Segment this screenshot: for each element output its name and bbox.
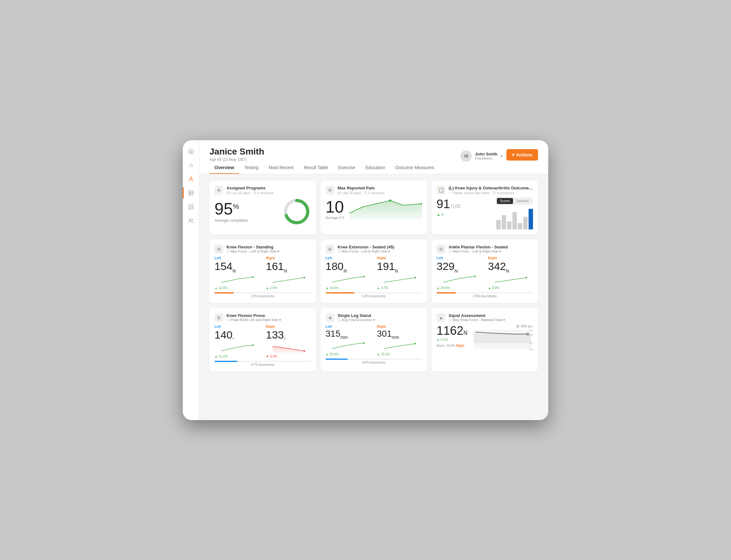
squat-chart: 1200 1000 800 600 (471, 330, 533, 355)
better-note: Higher scores are better (449, 191, 490, 195)
right-label: Right (266, 256, 311, 260)
measure-icon: ⊞ (214, 245, 223, 254)
card-title: Max Reported Pain (338, 186, 422, 190)
side-dropdown[interactable]: Max Force - Left & Right Side ▾ (338, 249, 422, 254)
score-denom: /100 (451, 204, 460, 209)
squat-icon: ▲ (437, 313, 445, 322)
pct-label: 86th pct. (471, 325, 533, 328)
svg-point-33 (415, 277, 416, 278)
squat-card: ▲ Squat Assessment Max Peak Force - Bila… (431, 308, 538, 372)
knee-injury-card: 📋 (L) Knee Injury & Osteoarthritis Outco… (431, 181, 538, 234)
donut-chart (282, 197, 311, 226)
side-dropdown[interactable]: Max Force - Left & Right Side ▾ (449, 249, 533, 254)
tab-testing[interactable]: Testing (239, 162, 263, 174)
svg-text:1200: 1200 (529, 330, 533, 332)
content-area: ⊕ Assigned Programs Last 35 days (199, 174, 548, 420)
user-info: John Smith Practitioner (475, 152, 497, 160)
svg-point-31 (338, 250, 340, 253)
asym-value: 5.9% Asymmetry (326, 294, 422, 298)
svg-point-30 (304, 277, 305, 278)
single-leg-stand-card: ◈ Single Leg Stand Avg Total Excursion ▾ (320, 308, 427, 372)
left-trend: ▲ 12.4% (214, 286, 260, 290)
svg-rect-18 (338, 192, 340, 194)
svg-point-38 (252, 344, 254, 346)
last-period: Last 35 days (227, 191, 250, 195)
svg-text:1000: 1000 (529, 334, 533, 337)
sidebar-patients-icon[interactable] (185, 173, 197, 185)
card-title: Knee Flexion - Standing (227, 245, 273, 249)
tab-result-table[interactable]: Result Table (299, 162, 333, 174)
svg-point-3 (190, 177, 192, 179)
knee-extension-seated-card: ⊞ Knee Extension - Seated (45) Max Force… (320, 240, 427, 303)
max-pain-card: ⊕ Max Reported Pain Last 35 days (320, 181, 427, 234)
sidebar-home-icon[interactable] (185, 145, 197, 157)
completion-value: 95% (214, 201, 248, 217)
patient-name: Janice Smith (209, 147, 264, 157)
side-dropdown[interactable]: Max Peak Force - Bilateral Total ▾ (449, 318, 533, 322)
actions-button[interactable]: ▾ Actions (506, 149, 538, 161)
tab-overview[interactable]: Overview (209, 162, 239, 174)
dumbbell-icon: ⊕ (214, 186, 223, 194)
svg-point-23 (389, 200, 392, 201)
pain-avg: Average 5.3 (326, 216, 344, 220)
squat-value: 1162N (437, 325, 468, 337)
svg-point-35 (474, 275, 476, 277)
cards-row-3: ⊞ Knee Flexion Prone Peak ROM Left and R… (209, 308, 538, 372)
score-tab-switch: Scores Domains (496, 197, 533, 205)
domains-tab[interactable]: Domains (513, 198, 532, 204)
svg-point-29 (252, 276, 254, 278)
right-trend: ▲ 2.6% (266, 286, 311, 290)
svg-point-40 (338, 319, 340, 321)
pain-icon: ⊕ (326, 186, 334, 194)
svg-point-43 (449, 319, 451, 321)
svg-point-9 (190, 206, 190, 206)
side-dropdown[interactable]: Max Force - Left & Right Side ▾ (227, 249, 311, 254)
asym-value: 4.7% Asymmetry (214, 363, 311, 366)
ankle-plantar-card: ⊞ Ankle Plantar Flexion - Seated Max For… (431, 240, 538, 303)
card-title: Single Leg Stand (338, 313, 422, 318)
pain-value: 10 (326, 199, 344, 215)
svg-point-36 (526, 277, 527, 278)
svg-point-39 (304, 350, 305, 352)
svg-rect-11 (227, 192, 229, 194)
sidebar-analytics-icon[interactable] (185, 159, 197, 171)
nav-tabs: Overview Testing Most Recent Result Tabl… (209, 162, 538, 174)
measure-icon: ⊞ (437, 245, 445, 254)
asym-info: Asym. 10.3% Right (437, 344, 468, 347)
patient-age: Age 65 (12 May 1957) (209, 157, 264, 162)
card-title: Squat Assessment (449, 313, 533, 318)
score-arrow: ▲ 4 (437, 212, 460, 217)
card-title: Assigned Programs (227, 186, 311, 190)
scores-tab[interactable]: Scores (497, 198, 513, 204)
tab-outcome-measures[interactable]: Outcome Measures (390, 162, 439, 174)
card-title: (L) Knee Injury & Osteoarthritis Outcome… (449, 186, 533, 190)
main-content: Janice Smith Age 65 (12 May 1957) JS Joh… (199, 140, 548, 420)
sidebar (183, 140, 199, 420)
asym-value: 3.9% Asymmetry (214, 294, 311, 298)
completion-label: Average completion (214, 218, 248, 223)
left-label: Left (214, 256, 260, 260)
svg-rect-25 (493, 192, 496, 194)
tab-exercise[interactable]: Exercise (333, 162, 360, 174)
svg-text:600: 600 (529, 348, 533, 351)
side-dropdown[interactable]: Peak ROM Left and Right Side ▾ (227, 318, 311, 322)
svg-point-41 (363, 342, 365, 344)
tab-education[interactable]: Education (360, 162, 390, 174)
cards-row-2: ⊞ Knee Flexion - Standing Max Force - Le… (209, 240, 538, 303)
svg-point-48 (527, 333, 529, 335)
sidebar-image-icon[interactable] (185, 201, 197, 213)
tab-most-recent[interactable]: Most Recent (264, 162, 299, 174)
avatar: JS (460, 150, 472, 162)
status: In progress (493, 191, 514, 195)
user-profile[interactable]: JS John Smith Practitioner ▾ (460, 150, 503, 162)
user-role: Practitioner (475, 156, 497, 160)
user-name: John Smith (475, 152, 497, 156)
side-dropdown[interactable]: Avg Total Excursion ▾ (338, 318, 422, 322)
svg-point-42 (415, 343, 416, 344)
header: Janice Smith Age 65 (12 May 1957) JS Joh… (199, 140, 548, 174)
sidebar-group-icon[interactable] (185, 215, 197, 227)
score-value: 91 (437, 197, 450, 211)
sessions: 5 sessions (364, 191, 385, 195)
chevron-down-icon: ▾ (512, 152, 514, 157)
sidebar-list-icon[interactable] (185, 187, 197, 199)
